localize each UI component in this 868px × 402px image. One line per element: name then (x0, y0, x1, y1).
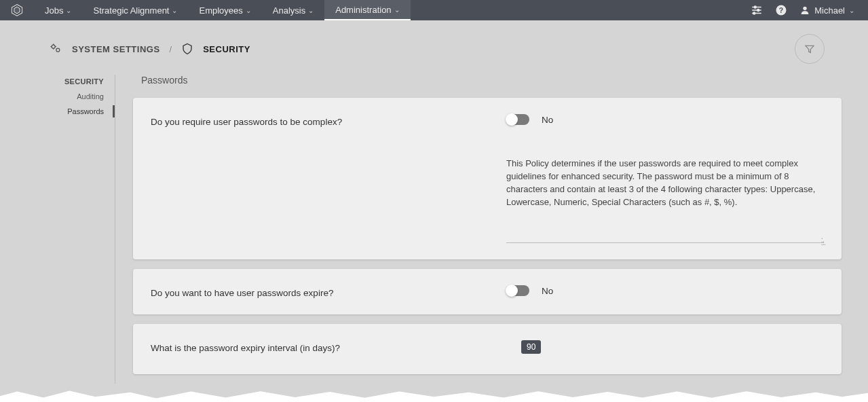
breadcrumb: SYSTEM SETTINGS / SECURITY (49, 42, 250, 56)
nav-strategic-alignment[interactable]: Strategic Alignment ⌄ (82, 0, 188, 20)
nav-employees[interactable]: Employees ⌄ (188, 0, 261, 20)
top-navbar: Jobs ⌄ Strategic Alignment ⌄ Employees ⌄… (0, 0, 868, 20)
breadcrumb-root[interactable]: SYSTEM SETTINGS (72, 44, 160, 54)
nav-label: Administration (335, 5, 391, 15)
setting-help-text: This Policy determines if the user passw… (506, 158, 824, 243)
settings-sidebar: SECURITY Auditing Passwords (41, 75, 115, 384)
panel-title: Passwords (141, 75, 842, 86)
svg-marker-1 (14, 7, 20, 14)
filter-button[interactable] (795, 34, 825, 64)
user-name: Michael (814, 5, 845, 16)
breadcrumb-current: SECURITY (203, 44, 250, 54)
toggle-knob (506, 113, 518, 126)
main-panel: Passwords Do you require user passwords … (115, 75, 855, 384)
expiry-days-input[interactable]: 90 (521, 340, 541, 354)
chevron-down-icon: ⌄ (394, 6, 400, 14)
svg-point-12 (56, 48, 60, 52)
chevron-down-icon: ⌄ (246, 7, 251, 14)
setting-card-password-expire: Do you want to have user passwords expir… (133, 269, 842, 314)
svg-point-7 (753, 12, 755, 14)
shield-icon (181, 43, 193, 55)
toggle-value-label: No (542, 286, 553, 296)
help-icon[interactable]: ? (775, 4, 787, 16)
user-icon (799, 5, 810, 16)
app-logo[interactable] (0, 3, 34, 17)
resize-grip-icon[interactable]: ...... (821, 235, 825, 244)
nav-administration[interactable]: Administration ⌄ (324, 0, 410, 20)
nav-label: Analysis (273, 5, 305, 16)
filter-icon (804, 43, 815, 54)
sidebar-heading: SECURITY (41, 77, 104, 86)
svg-point-3 (754, 6, 756, 8)
chevron-down-icon: ⌄ (308, 7, 314, 14)
settings-sliders-icon[interactable] (751, 4, 763, 16)
toggle-value-label: No (542, 115, 553, 125)
svg-point-5 (757, 10, 759, 12)
svg-point-10 (804, 7, 807, 10)
settings-gears-icon (49, 42, 62, 56)
setting-question: Do you require user passwords to be comp… (151, 114, 506, 127)
setting-question: Do you want to have user passwords expir… (151, 285, 506, 298)
nav-label: Jobs (45, 5, 63, 16)
svg-point-11 (52, 45, 55, 48)
sidebar-item-passwords[interactable]: Passwords (41, 107, 104, 115)
nav-label: Employees (199, 5, 242, 16)
chevron-down-icon: ⌄ (172, 7, 177, 14)
torn-edge-decoration (0, 387, 868, 402)
chevron-down-icon: ⌄ (849, 7, 854, 14)
toggle-knob (506, 285, 518, 297)
setting-card-expiry-interval: What is the password expiry interval (in… (133, 324, 842, 374)
setting-question: What is the password expiry interval (in… (151, 340, 506, 353)
toggle-password-expire[interactable] (506, 285, 529, 296)
chevron-down-icon: ⌄ (66, 7, 71, 14)
nav-label: Strategic Alignment (93, 5, 169, 16)
toggle-complex-passwords[interactable] (506, 114, 529, 125)
user-menu[interactable]: Michael ⌄ (799, 5, 854, 16)
nav-jobs[interactable]: Jobs ⌄ (34, 0, 82, 20)
nav-analysis[interactable]: Analysis ⌄ (262, 0, 324, 20)
sidebar-item-auditing[interactable]: Auditing (41, 92, 104, 100)
setting-card-complex-passwords: Do you require user passwords to be comp… (133, 98, 842, 259)
breadcrumb-separator: / (170, 44, 172, 54)
svg-text:?: ? (779, 6, 783, 14)
